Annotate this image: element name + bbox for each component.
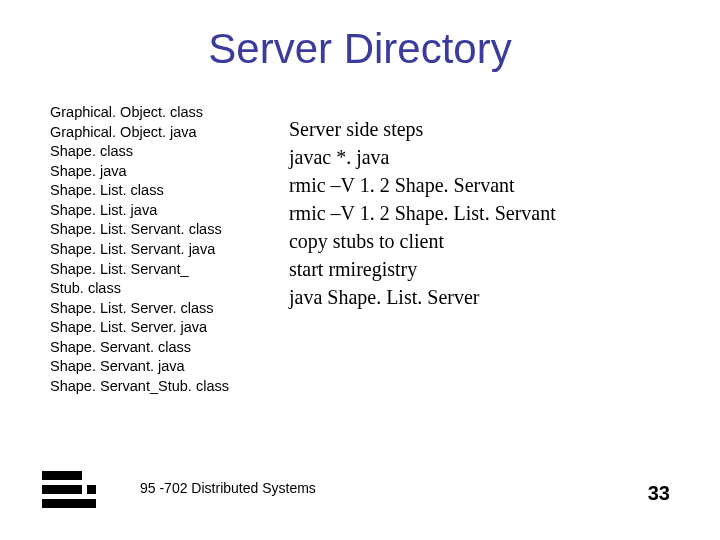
page-number: 33 — [648, 482, 670, 505]
list-item: Shape. List. class — [50, 181, 229, 201]
svg-rect-1 — [42, 485, 82, 494]
list-item: Shape. List. Servant. class — [50, 220, 229, 240]
svg-rect-2 — [87, 485, 96, 494]
list-item: javac *. java — [289, 143, 556, 171]
svg-rect-3 — [42, 499, 96, 508]
list-item: Shape. List. Server. java — [50, 318, 229, 338]
footer: 95 -702 Distributed Systems — [0, 465, 720, 510]
list-item: copy stubs to client — [289, 227, 556, 255]
list-item: rmic –V 1. 2 Shape. List. Servant — [289, 199, 556, 227]
list-item: Stub. class — [50, 279, 229, 299]
slide: Server Directory Graphical. Object. clas… — [0, 0, 720, 540]
list-item: Graphical. Object. class — [50, 103, 229, 123]
list-item: Shape. List. java — [50, 201, 229, 221]
steps-list: Server side steps javac *. java rmic –V … — [289, 103, 556, 396]
list-item: Shape. List. Server. class — [50, 299, 229, 319]
list-item: java Shape. List. Server — [289, 283, 556, 311]
list-item: rmic –V 1. 2 Shape. Servant — [289, 171, 556, 199]
footer-text: 95 -702 Distributed Systems — [140, 480, 316, 496]
file-list: Graphical. Object. class Graphical. Obje… — [50, 103, 229, 396]
logo-icon — [40, 465, 100, 510]
svg-rect-0 — [42, 471, 82, 480]
list-item: Shape. List. Servant. java — [50, 240, 229, 260]
list-item: Shape. java — [50, 162, 229, 182]
list-item: Server side steps — [289, 115, 556, 143]
content-area: Graphical. Object. class Graphical. Obje… — [40, 103, 680, 396]
list-item: Graphical. Object. java — [50, 123, 229, 143]
list-item: Shape. List. Servant_ — [50, 260, 229, 280]
list-item: Shape. class — [50, 142, 229, 162]
slide-title: Server Directory — [40, 25, 680, 73]
list-item: Shape. Servant. java — [50, 357, 229, 377]
list-item: start rmiregistry — [289, 255, 556, 283]
list-item: Shape. Servant. class — [50, 338, 229, 358]
list-item: Shape. Servant_Stub. class — [50, 377, 229, 397]
